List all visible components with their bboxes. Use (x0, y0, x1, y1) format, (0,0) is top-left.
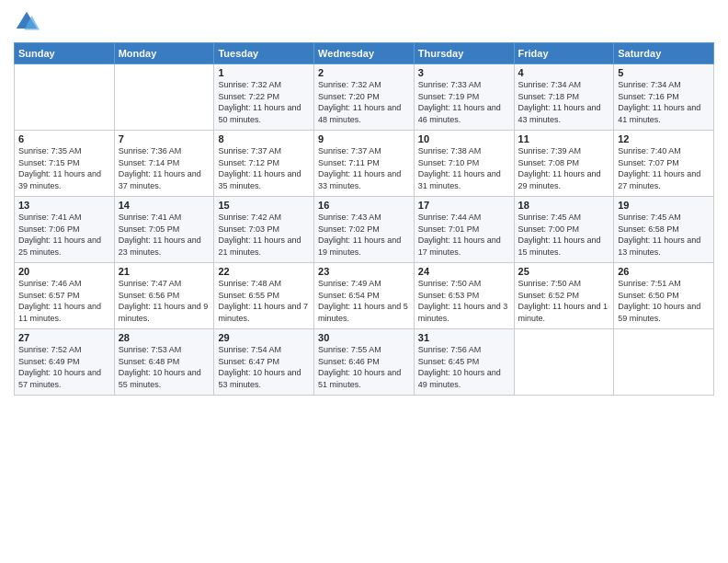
day-cell-11: 9Sunrise: 7:37 AMSunset: 7:11 PMDaylight… (314, 131, 415, 197)
logo (14, 9, 43, 35)
day-info: Sunrise: 7:52 AMSunset: 6:49 PMDaylight:… (18, 344, 110, 390)
day-cell-17: 15Sunrise: 7:42 AMSunset: 7:03 PMDayligh… (214, 197, 314, 263)
day-info: Sunrise: 7:41 AMSunset: 7:05 PMDaylight:… (119, 212, 210, 258)
day-cell-26: 24Sunrise: 7:50 AMSunset: 6:53 PMDayligh… (414, 263, 514, 329)
logo-icon (14, 9, 40, 35)
day-number: 17 (418, 200, 510, 211)
day-info: Sunrise: 7:36 AMSunset: 7:14 PMDaylight:… (119, 145, 210, 191)
day-cell-23: 21Sunrise: 7:47 AMSunset: 6:56 PMDayligh… (114, 263, 214, 329)
day-number: 5 (618, 67, 710, 78)
day-cell-6: 4Sunrise: 7:34 AMSunset: 7:18 PMDaylight… (514, 64, 614, 131)
day-number: 10 (418, 133, 510, 144)
day-number: 20 (18, 266, 110, 277)
day-cell-12: 10Sunrise: 7:38 AMSunset: 7:10 PMDayligh… (414, 131, 514, 197)
day-info: Sunrise: 7:44 AMSunset: 7:01 PMDaylight:… (418, 212, 510, 258)
day-info: Sunrise: 7:33 AMSunset: 7:19 PMDaylight:… (418, 79, 510, 125)
day-cell-10: 8Sunrise: 7:37 AMSunset: 7:12 PMDaylight… (214, 131, 314, 197)
day-number: 8 (218, 133, 310, 144)
day-cell-4: 2Sunrise: 7:32 AMSunset: 7:20 PMDaylight… (314, 64, 415, 131)
day-cell-3: 1Sunrise: 7:32 AMSunset: 7:22 PMDaylight… (214, 64, 314, 131)
day-number: 3 (418, 67, 510, 78)
day-info: Sunrise: 7:54 AMSunset: 6:47 PMDaylight:… (218, 344, 310, 390)
day-number: 13 (18, 200, 110, 211)
day-cell-29: 27Sunrise: 7:52 AMSunset: 6:49 PMDayligh… (15, 329, 115, 396)
day-number: 15 (218, 200, 310, 211)
day-info: Sunrise: 7:48 AMSunset: 6:55 PMDaylight:… (218, 278, 310, 324)
day-info: Sunrise: 7:32 AMSunset: 7:20 PMDaylight:… (318, 79, 410, 125)
day-cell-5: 3Sunrise: 7:33 AMSunset: 7:19 PMDaylight… (414, 64, 514, 131)
day-info: Sunrise: 7:39 AMSunset: 7:08 PMDaylight:… (518, 145, 610, 191)
day-info: Sunrise: 7:40 AMSunset: 7:07 PMDaylight:… (618, 145, 710, 191)
day-number: 9 (318, 133, 410, 144)
day-cell-1 (15, 64, 115, 131)
week-row-1: 1Sunrise: 7:32 AMSunset: 7:22 PMDaylight… (15, 64, 714, 131)
day-cell-28: 26Sunrise: 7:51 AMSunset: 6:50 PMDayligh… (614, 263, 714, 329)
day-cell-16: 14Sunrise: 7:41 AMSunset: 7:05 PMDayligh… (114, 197, 214, 263)
day-number: 21 (119, 266, 210, 277)
week-row-4: 20Sunrise: 7:46 AMSunset: 6:57 PMDayligh… (15, 263, 714, 329)
day-cell-27: 25Sunrise: 7:50 AMSunset: 6:52 PMDayligh… (514, 263, 614, 329)
day-info: Sunrise: 7:51 AMSunset: 6:50 PMDaylight:… (618, 278, 710, 324)
day-number: 12 (618, 133, 710, 144)
day-number: 28 (119, 332, 210, 343)
day-number: 11 (518, 133, 610, 144)
header-row: Sunday Monday Tuesday Wednesday Thursday… (15, 43, 714, 64)
day-number: 19 (618, 200, 710, 211)
day-cell-34 (514, 329, 614, 396)
day-info: Sunrise: 7:37 AMSunset: 7:11 PMDaylight:… (318, 145, 410, 191)
day-cell-14: 12Sunrise: 7:40 AMSunset: 7:07 PMDayligh… (614, 131, 714, 197)
day-cell-35 (614, 329, 714, 396)
col-saturday: Saturday (614, 43, 714, 64)
day-number: 6 (18, 133, 110, 144)
day-info: Sunrise: 7:50 AMSunset: 6:52 PMDaylight:… (518, 278, 610, 324)
day-cell-31: 29Sunrise: 7:54 AMSunset: 6:47 PMDayligh… (214, 329, 314, 396)
day-cell-32: 30Sunrise: 7:55 AMSunset: 6:46 PMDayligh… (314, 329, 415, 396)
day-info: Sunrise: 7:45 AMSunset: 6:58 PMDaylight:… (618, 212, 710, 258)
day-info: Sunrise: 7:35 AMSunset: 7:15 PMDaylight:… (18, 145, 110, 191)
day-cell-22: 20Sunrise: 7:46 AMSunset: 6:57 PMDayligh… (15, 263, 115, 329)
week-row-2: 6Sunrise: 7:35 AMSunset: 7:15 PMDaylight… (15, 131, 714, 197)
day-number: 24 (418, 266, 510, 277)
day-info: Sunrise: 7:55 AMSunset: 6:46 PMDaylight:… (318, 344, 410, 390)
day-info: Sunrise: 7:34 AMSunset: 7:16 PMDaylight:… (618, 79, 710, 125)
day-cell-13: 11Sunrise: 7:39 AMSunset: 7:08 PMDayligh… (514, 131, 614, 197)
day-info: Sunrise: 7:37 AMSunset: 7:12 PMDaylight:… (218, 145, 310, 191)
col-sunday: Sunday (15, 43, 115, 64)
week-row-5: 27Sunrise: 7:52 AMSunset: 6:49 PMDayligh… (15, 329, 714, 396)
col-friday: Friday (514, 43, 614, 64)
header (14, 9, 714, 35)
day-number: 4 (518, 67, 610, 78)
day-number: 29 (218, 332, 310, 343)
day-cell-18: 16Sunrise: 7:43 AMSunset: 7:02 PMDayligh… (314, 197, 415, 263)
day-number: 27 (18, 332, 110, 343)
day-number: 14 (119, 200, 210, 211)
day-info: Sunrise: 7:56 AMSunset: 6:45 PMDaylight:… (418, 344, 510, 390)
day-info: Sunrise: 7:49 AMSunset: 6:54 PMDaylight:… (318, 278, 410, 324)
col-thursday: Thursday (414, 43, 514, 64)
day-cell-8: 6Sunrise: 7:35 AMSunset: 7:15 PMDaylight… (15, 131, 115, 197)
day-number: 7 (119, 133, 210, 144)
day-cell-21: 19Sunrise: 7:45 AMSunset: 6:58 PMDayligh… (614, 197, 714, 263)
day-cell-9: 7Sunrise: 7:36 AMSunset: 7:14 PMDaylight… (114, 131, 214, 197)
day-number: 25 (518, 266, 610, 277)
day-number: 23 (318, 266, 410, 277)
calendar-body: 1Sunrise: 7:32 AMSunset: 7:22 PMDaylight… (15, 64, 714, 396)
day-number: 1 (218, 67, 310, 78)
calendar-header: Sunday Monday Tuesday Wednesday Thursday… (15, 43, 714, 64)
day-number: 2 (318, 67, 410, 78)
day-info: Sunrise: 7:42 AMSunset: 7:03 PMDaylight:… (218, 212, 310, 258)
calendar-table: Sunday Monday Tuesday Wednesday Thursday… (14, 42, 714, 396)
col-tuesday: Tuesday (214, 43, 314, 64)
day-info: Sunrise: 7:34 AMSunset: 7:18 PMDaylight:… (518, 79, 610, 125)
day-cell-2 (114, 64, 214, 131)
day-number: 26 (618, 266, 710, 277)
day-cell-20: 18Sunrise: 7:45 AMSunset: 7:00 PMDayligh… (514, 197, 614, 263)
day-cell-24: 22Sunrise: 7:48 AMSunset: 6:55 PMDayligh… (214, 263, 314, 329)
day-cell-19: 17Sunrise: 7:44 AMSunset: 7:01 PMDayligh… (414, 197, 514, 263)
day-info: Sunrise: 7:50 AMSunset: 6:53 PMDaylight:… (418, 278, 510, 324)
col-monday: Monday (114, 43, 214, 64)
day-number: 22 (218, 266, 310, 277)
day-info: Sunrise: 7:45 AMSunset: 7:00 PMDaylight:… (518, 212, 610, 258)
page: Sunday Monday Tuesday Wednesday Thursday… (0, 0, 728, 563)
day-cell-15: 13Sunrise: 7:41 AMSunset: 7:06 PMDayligh… (15, 197, 115, 263)
